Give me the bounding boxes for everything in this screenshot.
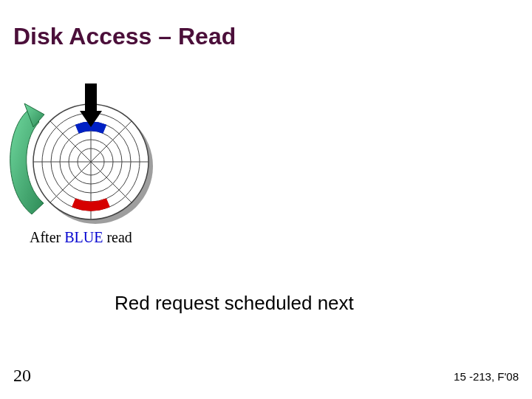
caption-prefix: After <box>30 229 64 245</box>
body-text: Red request scheduled next <box>115 292 354 315</box>
disk-diagram <box>4 81 159 244</box>
page-number: 20 <box>13 366 31 386</box>
svg-rect-9 <box>85 83 97 113</box>
course-tag: 15 -213, F'08 <box>454 370 519 383</box>
slide-title: Disk Access – Read <box>13 23 236 50</box>
caption-highlight: BLUE <box>64 229 103 245</box>
diagram-caption: After BLUE read <box>30 229 132 246</box>
caption-suffix: read <box>103 229 132 245</box>
